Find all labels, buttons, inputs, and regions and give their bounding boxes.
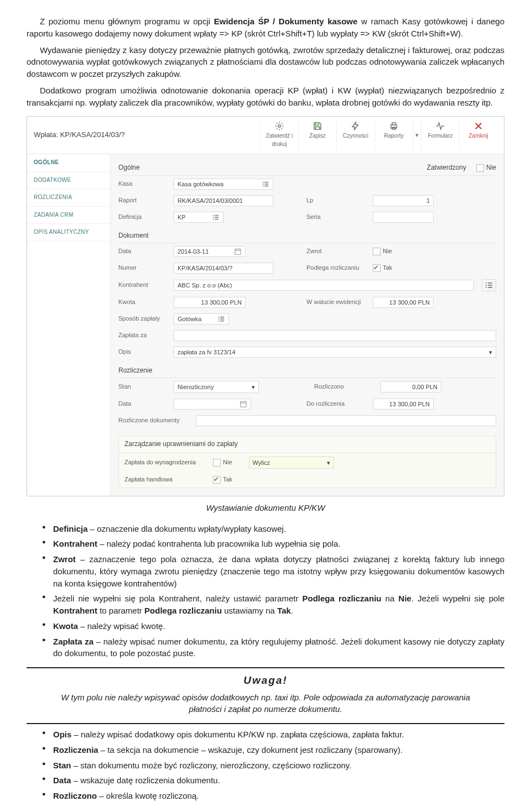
list-icon — [212, 213, 220, 221]
data-field[interactable]: 2014-03-11 — [174, 246, 246, 257]
kwota-label: Kwota — [118, 298, 174, 307]
wylicz-select[interactable]: Wylicz▾ — [249, 457, 334, 469]
paragraph-2: Wydawanie pieniędzy z kasy dotyczy przew… — [27, 44, 504, 80]
toolbar-dropdown-icon[interactable]: ▾ — [413, 120, 421, 150]
save-icon — [313, 121, 322, 131]
app-screenshot: Wpłata: KP/KASA/2014/03/? Zatwierdź i dr… — [27, 116, 504, 496]
lp-label: Lp — [306, 196, 373, 205]
kasa-label: Kasa — [118, 180, 174, 188]
list-item: Rozliczenia – ta sekcja na dokumencie – … — [53, 744, 504, 756]
chevron-down-icon: ▾ — [327, 457, 330, 468]
raport-field[interactable]: RK/KASA/2014/03/0001 — [174, 195, 273, 206]
data2-label: Data — [118, 400, 174, 408]
stan-select[interactable]: Nierozliczony▾ — [174, 381, 259, 393]
field-descriptions-list: Definicja – oznaczenie dla dokumentu wpł… — [27, 523, 504, 660]
print-icon — [389, 121, 399, 131]
list-item: Zapłata za – należy wpisać numer dokumen… — [53, 636, 504, 660]
list-item: Data – wskazuje datę rozliczenia dokumen… — [53, 774, 504, 787]
rozdok-field[interactable] — [196, 415, 496, 426]
sidebar-item-additional[interactable]: DODATKOWE — [27, 172, 110, 190]
seria-label: Seria — [306, 213, 373, 222]
toolbar-reports[interactable]: Raporty — [374, 120, 413, 150]
divider — [27, 723, 504, 724]
toolbar-close[interactable]: Zamknij — [459, 120, 497, 150]
section-settlement: Rozliczenie — [118, 366, 496, 378]
section-general: Ogólne — [118, 163, 140, 172]
kontrahent-label: Kontrahent — [118, 281, 174, 290]
sposob-field[interactable]: Gotówka — [174, 313, 229, 324]
definicja-label: Definicja — [118, 213, 174, 222]
raport-label: Raport — [118, 196, 174, 205]
podlega-checkbox[interactable]: Tak — [373, 264, 392, 273]
svg-rect-4 — [235, 249, 241, 255]
svg-rect-5 — [241, 402, 247, 407]
toolbar-form[interactable]: Formularz — [421, 120, 459, 150]
permissions-section: Zarządzanie uprawnieniami do zapłaty Zap… — [118, 436, 496, 488]
sposob-label: Sposób zapłaty — [118, 315, 174, 323]
data-label: Data — [118, 247, 174, 256]
kwota-field[interactable]: 13 300,00 PLN — [174, 297, 246, 308]
sidebar-item-crm[interactable]: ZADANIA CRM — [27, 207, 110, 224]
close-icon — [473, 121, 483, 131]
dorozliczenia-label: Do rozliczenia — [306, 400, 373, 408]
rozliczono-field: 0,00 PLN — [381, 381, 441, 392]
rozdok-label: Rozliczone dokumenty — [118, 416, 196, 425]
dorozliczenia-field: 13 300,00 PLN — [373, 399, 434, 410]
section-document: Dokument — [118, 231, 496, 243]
data2-field[interactable] — [174, 399, 251, 410]
seria-field[interactable] — [373, 212, 434, 223]
sidebar-item-general[interactable]: OGÓLNE — [27, 154, 110, 172]
list-item: Kontrahent – należy podać kontrahenta lu… — [53, 538, 504, 550]
toolbar-actions[interactable]: Czynności — [336, 120, 374, 150]
zaplata-label: Zapłata za — [118, 331, 174, 340]
list-icon — [217, 315, 225, 323]
zhand-label: Zapłata handlowa — [124, 475, 213, 484]
opis-field[interactable]: zapłata za fv 3123/14▾ — [174, 347, 496, 358]
zwrot-label: Zwrot — [306, 247, 373, 256]
lp-field[interactable]: 1 — [373, 195, 434, 206]
definicja-field[interactable]: KP — [174, 212, 223, 223]
toolbar: Zatwierdź i drukuj Zapisz Czynności Rapo… — [260, 120, 497, 150]
waluta-field: 13 300,00 PLN — [373, 297, 434, 308]
zhand-checkbox[interactable]: Tak — [213, 475, 232, 484]
paragraph-3: Dodatkowo program umożliwia odnotowanie … — [27, 85, 504, 109]
list-item: Zwrot – zaznaczenie tego pola oznacza, ż… — [53, 553, 504, 589]
list-item: Definicja – oznaczenie dla dokumentu wpł… — [53, 523, 504, 535]
pulse-icon — [435, 121, 445, 131]
toolbar-save[interactable]: Zapisz — [298, 120, 336, 150]
zwyn-checkbox[interactable]: Nie — [213, 458, 232, 467]
kontrahent-field[interactable]: ABC Sp. z o.o (Abc) — [174, 280, 474, 291]
list-item: Opis – należy wpisać dodatkowy opis doku… — [53, 729, 504, 741]
zwyn-label: Zapłata do wynagrodzenia — [124, 458, 213, 467]
podlega-label: Podlega rozliczaniu — [306, 264, 373, 273]
bolt-icon — [351, 121, 361, 131]
kasa-field[interactable]: Kasa gotówkowa — [174, 179, 273, 190]
sidebar-item-settlements[interactable]: ROZLICZENIA — [27, 189, 110, 207]
stan-label: Stan — [118, 383, 174, 391]
svg-rect-2 — [392, 123, 395, 125]
note-title: Uwaga! — [27, 673, 504, 688]
list-item: Jeżeli nie wypełni się pola Kontrahent, … — [53, 593, 504, 617]
kontrahent-list-icon[interactable] — [482, 279, 496, 291]
list-item: Rozliczono – określa kwotę rozliczoną. — [53, 790, 504, 802]
list-item: Kwota – należy wpisać kwotę. — [53, 620, 504, 632]
sidebar-item-analytical[interactable]: OPIS ANALITYCZNY — [27, 224, 110, 242]
calendar-icon — [240, 400, 247, 408]
status-label: Zatwierdzony — [427, 163, 466, 172]
note-body: W tym polu nie należy wpisywać opisów do… — [58, 691, 473, 716]
zwrot-checkbox[interactable]: Nie — [373, 247, 392, 256]
calendar-icon — [234, 248, 242, 255]
zaplata-field[interactable] — [174, 330, 496, 341]
form-panel: Ogólne Zatwierdzony Nie Kasa Kasa gotówk… — [111, 154, 504, 496]
list-icon — [262, 180, 269, 188]
sidebar: OGÓLNE DODATKOWE ROZLICZENIA ZADANIA CRM… — [27, 154, 111, 496]
waluta-label: W walucie ewidencji — [306, 298, 373, 307]
opis-label: Opis — [118, 348, 174, 357]
rozliczono-label: Rozliczono — [314, 383, 381, 391]
settings-icon — [274, 121, 284, 131]
chevron-down-icon: ▾ — [252, 381, 255, 392]
list-item: Stan – stan dokumentu może być rozliczon… — [53, 759, 504, 772]
status-checkbox[interactable]: Nie — [476, 163, 496, 172]
numer-field[interactable]: KP/KASA/2014/03/? — [174, 263, 273, 274]
toolbar-confirm-print[interactable]: Zatwierdź i drukuj — [260, 120, 298, 150]
